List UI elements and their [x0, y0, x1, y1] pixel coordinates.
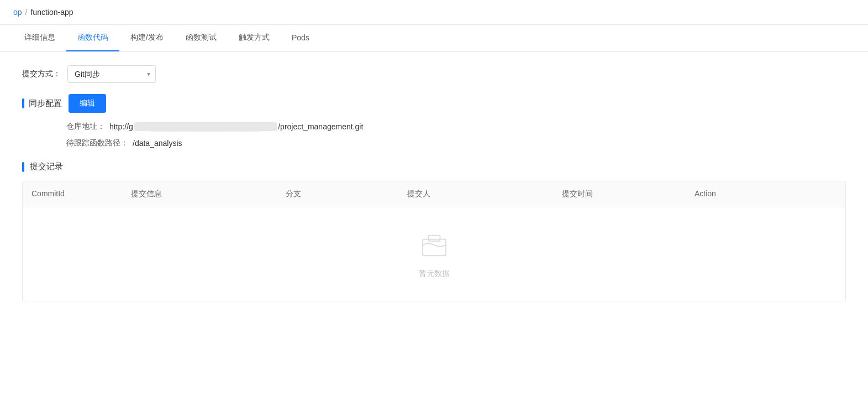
- commit-records-section: 提交记录 CommitId 提交信息 分支 提交人 提交时间 Action: [22, 161, 846, 301]
- col-header-commit-time: 提交时间: [553, 181, 686, 207]
- repo-address-value: http://g████████████████████/project_man…: [109, 122, 363, 131]
- repo-address-label: 仓库地址：: [66, 122, 105, 132]
- repo-address-row: 仓库地址： http://g████████████████████/proje…: [66, 122, 846, 132]
- breadcrumb: op / function-app: [0, 0, 868, 25]
- breadcrumb-link-op[interactable]: op: [13, 8, 22, 17]
- col-header-branch: 分支: [277, 181, 398, 207]
- submit-method-select[interactable]: Git同步 本地上传: [67, 65, 156, 83]
- main-content: 详细信息 函数代码 构建/发布 函数测试 触发方式 Pods 提交方式： Git…: [0, 25, 868, 315]
- tab-build-publish[interactable]: 构建/发布: [119, 25, 175, 51]
- page-wrapper: op / function-app 详细信息 函数代码 构建/发布 函数测试 触…: [0, 0, 868, 418]
- col-header-commitid: CommitId: [23, 181, 122, 207]
- empty-state-text: 暂无数据: [419, 269, 450, 279]
- function-path-label: 待跟踪函数路径：: [66, 138, 128, 148]
- empty-state-icon: [419, 229, 450, 262]
- table-header: CommitId 提交信息 分支 提交人 提交时间 Action: [23, 181, 845, 207]
- tab-function-code[interactable]: 函数代码: [66, 25, 119, 51]
- submit-method-label: 提交方式：: [22, 69, 61, 79]
- breadcrumb-separator: /: [25, 8, 28, 17]
- tabs-bar: 详细信息 函数代码 构建/发布 函数测试 触发方式 Pods: [0, 25, 868, 52]
- function-path-value: /data_analysis: [133, 139, 182, 148]
- svg-rect-0: [423, 239, 446, 256]
- tab-function-test[interactable]: 函数测试: [175, 25, 228, 51]
- section-bar-commits: [22, 162, 24, 172]
- tab-trigger[interactable]: 触发方式: [228, 25, 281, 51]
- tab-pods[interactable]: Pods: [281, 25, 320, 51]
- edit-button[interactable]: 编辑: [69, 94, 106, 113]
- function-path-row: 待跟踪函数路径： /data_analysis: [66, 138, 846, 148]
- section-bar-sync: [22, 98, 24, 108]
- table-body-empty: 暂无数据: [23, 207, 845, 301]
- submit-method-row: 提交方式： Git同步 本地上传 ▾: [22, 65, 846, 83]
- sync-header-row: 同步配置 编辑: [22, 94, 846, 113]
- sync-config-title: 同步配置: [29, 98, 62, 109]
- tab-details[interactable]: 详细信息: [13, 25, 66, 51]
- svg-rect-1: [428, 236, 440, 242]
- submit-method-select-wrapper: Git同步 本地上传 ▾: [67, 65, 156, 83]
- col-header-action: Action: [686, 181, 845, 207]
- content-body: 提交方式： Git同步 本地上传 ▾ 同步配置 编辑: [0, 52, 868, 315]
- col-header-commit-info: 提交信息: [122, 181, 277, 207]
- breadcrumb-current: function-app: [30, 8, 73, 17]
- sync-config-section: 同步配置 编辑 仓库地址： http://g██████████████████…: [22, 94, 846, 148]
- commit-records-table: CommitId 提交信息 分支 提交人 提交时间 Action: [22, 181, 846, 301]
- col-header-committer: 提交人: [398, 181, 553, 207]
- commit-records-header: 提交记录: [22, 161, 846, 172]
- commit-records-title: 提交记录: [30, 161, 63, 172]
